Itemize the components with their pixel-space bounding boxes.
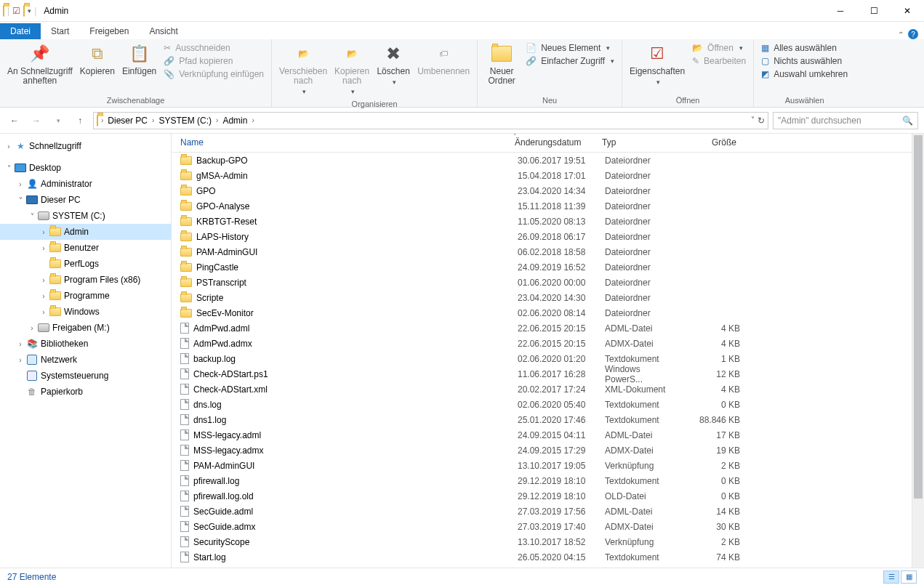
tab-start[interactable]: Start (41, 23, 79, 39)
address-dropdown-icon[interactable]: ˅ (751, 116, 755, 126)
invert-selection-button[interactable]: ◩Auswahl umkehren (758, 68, 851, 80)
list-item[interactable]: GPO-Analyse15.11.2018 11:39Dateiordner (172, 198, 912, 214)
tree-item[interactable]: ›Program Files (x86) (0, 272, 171, 288)
tree-item[interactable]: ›👤Administrator (0, 176, 171, 192)
col-name[interactable]: Name (172, 134, 506, 152)
list-item[interactable]: PingCastle24.09.2019 16:52Dateiordner (172, 259, 912, 275)
list-item[interactable]: dns.log02.06.2020 05:40Textdokument0 KB (172, 397, 912, 412)
vertical-scrollbar[interactable] (912, 134, 924, 568)
tree-twisty-icon[interactable]: › (26, 324, 38, 332)
tree-twisty-icon[interactable]: › (38, 308, 49, 316)
tree-twisty-icon[interactable]: › (38, 244, 49, 252)
delete-button[interactable]: ✖Löschen▾ (374, 41, 413, 89)
copy-to-button[interactable]: 📂Kopieren nach▾ (332, 41, 372, 98)
col-date[interactable]: Änderungsdatum (506, 134, 593, 152)
tree-item[interactable]: ›★Schnellzugriff (0, 138, 171, 154)
list-item[interactable]: LAPS-History26.09.2018 06:17Dateiordner (172, 229, 912, 244)
crumb-this-pc[interactable]: Dieser PC› (106, 116, 157, 126)
list-item[interactable]: PSTranscript01.06.2020 00:00Dateiordner (172, 275, 912, 290)
list-item[interactable]: pfirewall.log29.12.2019 18:10Textdokumen… (172, 473, 912, 488)
tab-file[interactable]: Datei (0, 23, 41, 39)
tree-twisty-icon[interactable]: › (38, 228, 49, 236)
nav-up-button[interactable]: ↑ (71, 112, 89, 129)
tab-view[interactable]: Ansicht (139, 23, 188, 39)
list-item[interactable]: SecurityScope13.10.2017 18:52Verknüpfung… (172, 534, 912, 549)
list-item[interactable]: Scripte23.04.2020 14:30Dateiordner (172, 290, 912, 305)
list-item[interactable]: pfirewall.log.old29.12.2019 18:10OLD-Dat… (172, 488, 912, 504)
crumb-root-chevron[interactable]: › (98, 116, 106, 124)
tree-twisty-icon[interactable]: › (3, 142, 15, 150)
list-item[interactable]: GPO23.04.2020 14:34Dateiordner (172, 183, 912, 198)
nav-back-button[interactable]: ← (6, 112, 23, 129)
tree-item[interactable]: PerfLogs (0, 256, 171, 272)
search-icon[interactable]: 🔍 (902, 116, 913, 126)
pin-button[interactable]: 📌An Schnellzugriff anheften (4, 41, 76, 87)
address-bar[interactable]: › Dieser PC› SYSTEM (C:)› Admin› ˅ ↻ (93, 112, 768, 129)
tree-item[interactable]: ›Freigaben (M:) (0, 320, 171, 336)
help-icon[interactable]: ? (908, 29, 918, 39)
ribbon-collapse-icon[interactable]: ⌃ (898, 31, 904, 39)
nav-recent-button[interactable]: ▾ (49, 112, 67, 129)
maximize-button[interactable]: ☐ (857, 0, 891, 22)
list-item[interactable]: MSS-legacy.admx24.09.2015 17:29ADMX-Date… (172, 443, 912, 458)
col-type[interactable]: Typ (593, 134, 680, 152)
list-item[interactable]: SecEv-Monitor02.06.2020 08:14Dateiordner (172, 305, 912, 320)
crumb-drive[interactable]: SYSTEM (C:)› (157, 116, 221, 126)
select-none-button[interactable]: ▢Nichts auswählen (758, 55, 851, 67)
copy-button[interactable]: ⧉Kopieren (77, 41, 118, 78)
new-folder-button[interactable]: Neuer Ordner (482, 41, 521, 87)
list-item[interactable]: Check-ADStart.xml20.02.2017 17:24XML-Dok… (172, 382, 912, 397)
list-item[interactable]: Start.log26.05.2020 04:15Textdokument74 … (172, 549, 912, 565)
tree-item[interactable]: ˅Dieser PC (0, 192, 171, 208)
tree-twisty-icon[interactable]: › (15, 340, 26, 348)
close-button[interactable]: ✕ (891, 0, 924, 22)
list-item[interactable]: KRBTGT-Reset11.05.2020 08:13Dateiordner (172, 214, 912, 229)
tree-item[interactable]: ›Netzwerk (0, 352, 171, 368)
tree-twisty-icon[interactable]: › (38, 276, 49, 284)
list-item[interactable]: PAM-AdminGUI06.02.2018 18:58Dateiordner (172, 244, 912, 259)
tree-twisty-icon[interactable]: › (38, 292, 49, 300)
view-details-button[interactable]: ☰ (883, 570, 899, 584)
search-input[interactable] (778, 116, 902, 126)
select-all-button[interactable]: ▦Alles auswählen (758, 42, 851, 54)
cut-button[interactable]: ✂Ausschneiden (161, 42, 267, 54)
new-item-button[interactable]: 📄Neues Element▾ (523, 42, 617, 54)
qat-properties-icon[interactable]: ☑ (12, 6, 20, 16)
list-item[interactable]: gMSA-Admin15.04.2018 17:01Dateiordner (172, 168, 912, 183)
tree-twisty-icon[interactable]: › (15, 356, 26, 364)
tree-item[interactable]: Systemsteuerung (0, 368, 171, 384)
list-item[interactable]: SecGuide.adml27.03.2019 17:56ADML-Datei1… (172, 504, 912, 519)
qat-dropdown-icon[interactable]: ▾ (28, 7, 31, 15)
crumb-folder[interactable]: Admin› (221, 116, 257, 126)
file-list[interactable]: Name ˄ Änderungsdatum Typ Größe Backup-G… (172, 134, 912, 568)
tree-twisty-icon[interactable]: ˅ (3, 164, 15, 172)
tree-twisty-icon[interactable]: ˅ (26, 212, 38, 220)
tree-item[interactable]: ›Admin (0, 224, 171, 240)
list-item[interactable]: AdmPwd.adml22.06.2015 20:15ADML-Datei4 K… (172, 320, 912, 336)
list-item[interactable]: PAM-AdminGUI13.10.2017 19:05Verknüpfung2… (172, 458, 912, 473)
tree-item[interactable]: 🗑Papierkorb (0, 384, 171, 400)
list-item[interactable]: SecGuide.admx27.03.2019 17:40ADMX-Datei3… (172, 519, 912, 534)
minimize-button[interactable]: ─ (824, 0, 857, 22)
tree-item[interactable]: ›Windows (0, 304, 171, 320)
list-item[interactable]: MSS-legacy.adml24.09.2015 04:11ADML-Date… (172, 427, 912, 443)
list-item[interactable]: Check-ADStart.ps111.06.2017 16:28Windows… (172, 366, 912, 382)
tree-twisty-icon[interactable]: › (15, 180, 26, 188)
rename-button[interactable]: 🏷Umbenennen (414, 41, 473, 78)
paste-button[interactable]: 📋Einfügen (119, 41, 159, 78)
edit-button[interactable]: ✎Bearbeiten (689, 55, 749, 67)
list-item[interactable]: backup.log02.06.2020 01:20Textdokument1 … (172, 351, 912, 366)
refresh-icon[interactable]: ↻ (758, 116, 765, 126)
view-large-button[interactable]: ▦ (901, 570, 917, 584)
nav-tree[interactable]: ›★Schnellzugriff˅Desktop›👤Administrator˅… (0, 134, 172, 568)
scrollbar-thumb[interactable] (914, 135, 923, 499)
easy-access-button[interactable]: 🔗Einfacher Zugriff▾ (523, 55, 617, 67)
copy-path-button[interactable]: 🔗Pfad kopieren (161, 55, 267, 67)
col-size[interactable]: Größe (680, 134, 746, 152)
tree-item[interactable]: ˅SYSTEM (C:) (0, 208, 171, 224)
tab-share[interactable]: Freigeben (79, 23, 139, 39)
search-box[interactable]: 🔍 (773, 112, 918, 129)
list-item[interactable]: dns1.log25.01.2020 17:46Textdokument88.8… (172, 412, 912, 427)
tree-twisty-icon[interactable]: ˅ (15, 196, 26, 204)
paste-shortcut-button[interactable]: 📎Verknüpfung einfügen (161, 68, 267, 80)
